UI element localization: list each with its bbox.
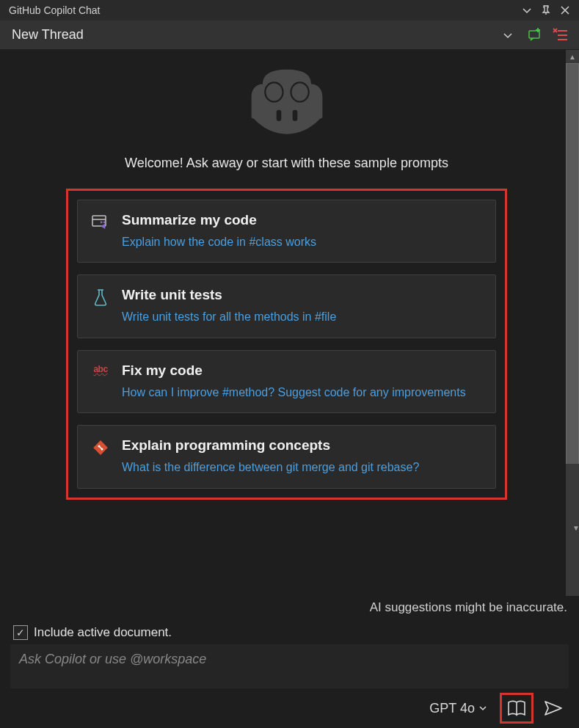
prompt-card-summarize[interactable]: Summarize my code Explain how the code i… xyxy=(77,200,496,263)
prompt-card-title: Write unit tests xyxy=(122,287,482,303)
svg-point-3 xyxy=(266,83,282,101)
vs-window-icon xyxy=(91,214,110,233)
include-doc-row[interactable]: ✓ Include active document. xyxy=(13,625,567,640)
prompt-card-title: Summarize my code xyxy=(122,212,482,228)
send-icon xyxy=(544,700,563,716)
sample-prompts-highlight: Summarize my code Explain how the code i… xyxy=(66,189,507,500)
thread-dropdown-icon[interactable] xyxy=(497,24,519,46)
git-diamond-icon xyxy=(91,439,110,458)
prompt-card-desc: How can I improve #method? Suggest code … xyxy=(122,385,482,401)
pin-icon[interactable] xyxy=(538,2,554,18)
include-doc-label: Include active document. xyxy=(34,625,172,640)
svg-point-4 xyxy=(291,83,307,101)
model-picker[interactable]: GPT 4o xyxy=(423,698,492,719)
scroll-up-icon[interactable]: ▲ xyxy=(566,50,579,63)
close-icon[interactable] xyxy=(557,2,573,18)
scroll-down-icon[interactable]: ▼ xyxy=(566,464,579,596)
prompt-card-desc: Explain how the code in #class works xyxy=(122,234,482,250)
thread-title: New Thread xyxy=(12,27,84,43)
welcome-text: Welcome! Ask away or start with these sa… xyxy=(15,156,558,171)
spellcheck-icon: abc xyxy=(91,364,110,383)
prompt-card-explain[interactable]: Explain programming concepts What is the… xyxy=(77,425,496,488)
chevron-down-icon xyxy=(479,705,487,712)
send-button[interactable] xyxy=(541,696,566,721)
window-title: GitHub Copilot Chat xyxy=(9,4,101,16)
new-thread-icon[interactable] xyxy=(523,24,545,46)
ai-disclaimer: AI suggestions might be inaccurate. xyxy=(10,600,567,615)
prompt-card-desc: Write unit tests for all the methods in … xyxy=(122,309,482,325)
copilot-logo-icon xyxy=(15,68,558,141)
chat-input-area: AI suggestions might be inaccurate. ✓ In… xyxy=(0,596,579,728)
prompt-card-tests[interactable]: Write unit tests Write unit tests for al… xyxy=(77,274,496,338)
prompt-card-desc: What is the difference between git merge… xyxy=(122,459,482,476)
prompt-card-title: Explain programming concepts xyxy=(122,437,482,454)
window-titlebar: GitHub Copilot Chat xyxy=(0,0,579,21)
model-label: GPT 4o xyxy=(429,701,475,716)
svg-rect-6 xyxy=(292,110,297,121)
svg-rect-5 xyxy=(276,110,281,121)
chat-welcome-area: Welcome! Ask away or start with these sa… xyxy=(0,50,579,596)
flask-icon xyxy=(91,288,110,307)
prompt-card-fix[interactable]: abc Fix my code How can I improve #metho… xyxy=(77,350,496,413)
thread-toolbar: New Thread xyxy=(0,21,579,50)
prompt-library-button[interactable] xyxy=(500,693,534,724)
prompt-card-title: Fix my code xyxy=(122,363,482,379)
include-doc-checkbox[interactable]: ✓ xyxy=(13,625,28,640)
vertical-scrollbar[interactable]: ▲ ▼ xyxy=(566,50,579,596)
clear-threads-icon[interactable] xyxy=(550,24,572,46)
chat-input[interactable]: Ask Copilot or use @workspace xyxy=(10,644,569,688)
book-icon xyxy=(507,700,526,716)
window-options-icon[interactable] xyxy=(519,2,535,18)
